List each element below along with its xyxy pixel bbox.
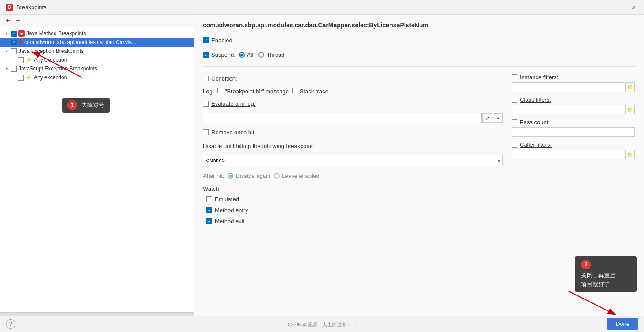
leave-enabled-radio[interactable] — [274, 173, 280, 179]
evaluate-label[interactable]: Evaluate and log: — [203, 100, 255, 107]
pass-count-input-row — [512, 127, 635, 137]
caller-filter-folder-button[interactable]: 📁 — [625, 150, 635, 159]
evaluate-checkbox[interactable] — [203, 101, 209, 107]
pass-count-input[interactable] — [512, 127, 635, 137]
annotation-bubble-2: 2 关闭，再重启项目就好了 — [575, 256, 637, 292]
evaluate-row: Evaluate and log: — [203, 100, 503, 107]
leave-enabled-option[interactable]: Leave enabled — [274, 173, 319, 179]
main-content: + − ◆ Java Method Breakpoints ◆ com.sdwo… — [0, 15, 644, 316]
remove-breakpoint-button[interactable]: − — [14, 16, 22, 25]
group-label: Java Exception Breakpoints — [18, 48, 84, 54]
close-button[interactable]: × — [629, 3, 638, 12]
caller-filter-label-row: Caller filters: — [512, 141, 635, 148]
disable-again-option[interactable]: Disable again — [228, 173, 270, 179]
class-filter-folder-button[interactable]: 📁 — [625, 105, 635, 114]
enabled-label[interactable]: Enabled — [203, 37, 232, 44]
group-label: Java Method Breakpoints — [26, 30, 86, 37]
tree-item-java-method-item[interactable]: ◆ com.sdworan.sbp.api.modules.car.dao.Ca… — [0, 38, 194, 47]
title-bar: B Breakpoints × — [0, 0, 644, 15]
enabled-row: Enabled — [203, 37, 635, 44]
suspend-thread-option[interactable]: Thread — [258, 52, 284, 58]
watch-emulated-checkbox[interactable] — [206, 196, 212, 202]
suspend-all-radio[interactable] — [239, 52, 245, 58]
caller-filter-label: Caller filters: — [520, 141, 552, 148]
expand-arrow — [4, 48, 9, 54]
watch-method-exit-text: Method exit — [215, 218, 244, 225]
suspend-radio-group: All Thread — [239, 52, 285, 58]
main-two-col: Condition: Log: "Breakpoint hit" message… — [203, 74, 635, 309]
class-filter-checkbox[interactable] — [512, 97, 517, 103]
condition-checkbox[interactable] — [203, 76, 209, 81]
disable-until-select[interactable]: <None> — [203, 155, 503, 166]
watch-emulated-row: Emulated — [206, 196, 503, 203]
after-hit-row: After hit: Disable again Leave enabled — [203, 173, 503, 179]
remove-once-row: Remove once hit — [203, 129, 503, 136]
class-filter-input-row: 📁 — [512, 105, 635, 114]
watch-emulated-label[interactable]: Emulated — [206, 196, 239, 203]
tree-item-js-any-exception[interactable]: ⚡ Any exception — [0, 73, 194, 82]
tree-item-js-exception-group[interactable]: JavaScript Exception Breakpoints — [0, 64, 194, 73]
stack-trace-label[interactable]: Stack trace — [292, 88, 328, 95]
window-title: Breakpoints — [16, 4, 47, 11]
tree-item-java-exception-group[interactable]: Java Exception Breakpoints — [0, 47, 194, 55]
condition-row: Condition: — [203, 75, 503, 82]
breakpoint-title: com.sdworan.sbp.api.modules.car.dao.CarM… — [203, 22, 635, 29]
group-checkbox[interactable] — [11, 31, 17, 37]
evaluate-input[interactable] — [203, 113, 482, 123]
instance-filter-input[interactable] — [512, 82, 624, 92]
instance-filter-checkbox[interactable] — [512, 74, 517, 80]
disable-until-label-row: Disable until hitting the following brea… — [203, 143, 503, 149]
add-breakpoint-button[interactable]: + — [4, 16, 11, 25]
group-checkbox[interactable] — [11, 66, 17, 72]
remove-once-label[interactable]: Remove once hit — [203, 129, 254, 136]
main-options-col: Condition: Log: "Breakpoint hit" message… — [203, 74, 503, 309]
suspend-text: Suspend: — [211, 52, 236, 58]
bp-hit-text: "Breakpoint hit" message — [225, 88, 289, 95]
breakpoint-dot-icon: ◆ — [18, 39, 22, 45]
suspend-checkbox[interactable] — [203, 52, 209, 58]
annotation-text-1: 去掉对号 — [81, 102, 104, 108]
disable-again-text: Disable again — [236, 173, 270, 179]
left-panel: + − ◆ Java Method Breakpoints ◆ com.sdwo… — [0, 15, 194, 316]
caller-filter-input[interactable] — [512, 150, 624, 159]
watch-method-exit-label[interactable]: Method exit — [206, 218, 244, 225]
group-checkbox[interactable] — [11, 48, 17, 54]
pass-count-checkbox[interactable] — [512, 119, 517, 125]
annotation-badge-1: 1 — [67, 100, 77, 110]
instance-filter-label: Instance filters: — [520, 74, 558, 81]
item-checkbox[interactable] — [11, 40, 17, 45]
tree-item-java-method-group[interactable]: ◆ Java Method Breakpoints — [0, 29, 194, 38]
disable-again-radio[interactable] — [228, 173, 233, 179]
bp-hit-label[interactable]: "Breakpoint hit" message — [217, 88, 289, 95]
class-filter-input[interactable] — [512, 105, 624, 114]
enabled-checkbox[interactable] — [203, 37, 209, 43]
item-checkbox[interactable] — [18, 75, 24, 81]
csdn-watermark: CSDN @无语，人生的过客口口 — [288, 321, 356, 328]
caller-filter-input-row: 📁 — [512, 150, 635, 159]
leave-enabled-text: Leave enabled — [282, 173, 319, 179]
suspend-all-option[interactable]: All — [239, 52, 253, 58]
condition-label[interactable]: Condition: — [203, 75, 237, 82]
annotation-text-2: 关闭，再重启项目就好了 — [581, 271, 630, 288]
evaluate-dropdown-button[interactable]: ▾ — [493, 113, 503, 123]
watch-method-entry-checkbox[interactable] — [206, 207, 212, 213]
help-button[interactable]: ? — [6, 319, 15, 329]
watch-method-exit-checkbox[interactable] — [206, 218, 212, 224]
item-checkbox[interactable] — [18, 57, 24, 63]
suspend-label[interactable]: Suspend: — [203, 52, 236, 58]
breakpoints-window: B Breakpoints × + − ◆ Java Method Breakp… — [0, 0, 644, 332]
watch-method-entry-label[interactable]: Method entry — [206, 207, 248, 214]
stack-trace-checkbox[interactable] — [292, 88, 298, 93]
tree-item-java-any-exception[interactable]: ⚡ Any exception — [0, 55, 194, 64]
bp-hit-checkbox[interactable] — [217, 88, 223, 93]
remove-once-checkbox[interactable] — [203, 129, 209, 135]
evaluate-expand-button[interactable]: ⤢ — [482, 113, 492, 123]
pass-count-group: Pass count: — [512, 119, 635, 137]
caller-filter-checkbox[interactable] — [512, 142, 517, 148]
condition-text: Condition: — [211, 75, 237, 82]
suspend-thread-radio[interactable] — [258, 52, 264, 58]
pass-count-label-row: Pass count: — [512, 119, 635, 125]
done-button[interactable]: Done — [607, 318, 638, 330]
instance-filter-folder-button[interactable]: 📁 — [625, 82, 635, 92]
watch-emulated-text: Emulated — [215, 196, 239, 203]
